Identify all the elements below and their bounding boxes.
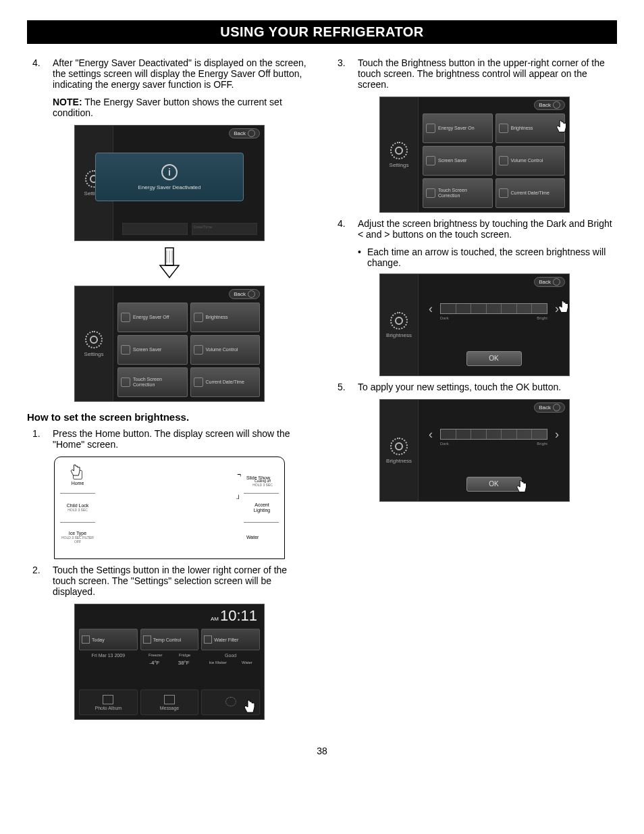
subsection-heading: How to set the screen brightness. <box>27 411 312 423</box>
brightness-icon <box>194 313 203 322</box>
btn-sublabel: HOLD 3 SEC FILTER OFF <box>61 536 94 544</box>
info-dialog: i Energy Saver Deactivated <box>95 153 244 201</box>
btn-label: Accent Lighting <box>246 502 277 513</box>
dark-arrow-button[interactable]: ‹ <box>425 427 436 442</box>
step-number: 3. <box>332 57 358 90</box>
tile-label: Volume Control <box>206 347 238 353</box>
back-button[interactable]: Back <box>229 289 260 299</box>
pointing-hand-icon <box>552 118 571 137</box>
tile-message[interactable]: Message <box>140 689 199 715</box>
brightness-icon <box>499 124 508 133</box>
step-number: 4. <box>27 57 53 90</box>
back-button[interactable]: Back <box>534 402 565 413</box>
home-screen: Home Child Lock HOLD 3 SEC Ice Type HOLD… <box>54 457 285 559</box>
side-label: Settings <box>84 351 104 357</box>
brightness-slider[interactable] <box>440 303 547 314</box>
gear-icon <box>390 312 408 330</box>
tile-label: Message <box>160 706 179 710</box>
back-button[interactable]: Back <box>534 277 565 287</box>
bright-label: Bright <box>537 316 547 320</box>
screensaver-icon <box>121 345 130 355</box>
photo-icon <box>103 695 113 704</box>
tile-volume[interactable]: Volume Control <box>190 335 261 365</box>
bright-arrow-button[interactable]: › <box>552 427 562 442</box>
ice-type-button[interactable]: Ice Type HOLD 3 SEC FILTER OFF <box>60 523 95 552</box>
tile-energy-saver[interactable]: Energy Saver Off <box>117 303 188 332</box>
back-button[interactable]: Back <box>229 128 260 138</box>
tile-date-time[interactable]: Current Date/Time <box>190 367 261 397</box>
side-label: Settings <box>390 162 409 168</box>
tile-water-filter[interactable]: Water Filter <box>201 629 260 650</box>
calendar-icon <box>82 635 90 644</box>
note-block: NOTE: The Energy Saver button shows the … <box>27 97 312 118</box>
tile-label: Water Filter <box>214 637 238 642</box>
tile-screen-saver[interactable]: Screen Saver <box>423 146 493 176</box>
volume-icon <box>499 156 508 165</box>
tile-today[interactable]: Today <box>79 629 138 650</box>
energy-icon <box>426 124 435 133</box>
tile-label: Brightness <box>206 315 228 320</box>
step-2: 2. Touch the Settings button in the lowe… <box>27 565 312 597</box>
bullet-text: Each time an arrow is touched, the scree… <box>367 246 617 268</box>
bright-arrow-button[interactable]: › <box>552 301 562 316</box>
tile-label: Temp Control <box>153 637 182 642</box>
settings-grid-screen-left: Settings Back Energy Saver Off Brightnes… <box>74 286 265 402</box>
tile-label: Brightness <box>511 126 533 131</box>
step-4-right: 4. Adjust the screen brightness by touch… <box>332 218 617 240</box>
clock-display: AM10:11 <box>211 607 257 625</box>
tile-settings[interactable] <box>201 689 260 715</box>
child-lock-button[interactable]: Child Lock HOLD 3 SEC <box>60 494 95 523</box>
back-label: Back <box>539 102 551 108</box>
clock-icon <box>499 188 508 198</box>
ok-button[interactable]: OK <box>466 351 522 366</box>
btn-label: Water <box>246 535 259 540</box>
dark-label: Dark <box>440 316 449 320</box>
thermometer-icon <box>143 635 151 644</box>
brightness-screen-2: Brightness Back ‹ › Dark Bright <box>379 399 570 502</box>
tile-volume[interactable]: Volume Control <box>495 146 566 176</box>
accent-lighting-button[interactable]: Accent Lighting <box>244 494 279 523</box>
tile-energy-saver[interactable]: Energy Saver On <box>423 113 493 143</box>
hook-icon: ¬ <box>237 471 241 478</box>
home-button[interactable]: Home <box>60 464 95 494</box>
step-number: 2. <box>27 565 53 597</box>
tile-label: Volume Control <box>511 158 543 163</box>
message-icon <box>164 695 175 704</box>
back-label: Back <box>234 291 246 297</box>
am-pm-label: AM <box>211 616 219 622</box>
tile-date-time[interactable]: Current Date/Time <box>495 178 566 208</box>
tile-label: Current Date/Time <box>511 190 549 196</box>
fridge-temp: 38°F <box>178 660 190 666</box>
step-text: Adjust the screen brightness by touching… <box>358 218 617 240</box>
ok-button[interactable]: OK <box>466 477 522 492</box>
freezer-temp: -4°F <box>149 660 159 666</box>
back-arrow-icon <box>553 404 560 411</box>
tile-screen-saver[interactable]: Screen Saver <box>117 335 188 365</box>
gear-icon <box>390 438 408 455</box>
tile-touch-correction[interactable]: Touch Screen Correction <box>117 367 188 397</box>
tile-brightness[interactable]: Brightness <box>495 113 566 143</box>
dialog-message: Energy Saver Deactivated <box>138 184 201 190</box>
tile-label: Energy Saver On <box>438 126 475 131</box>
water-button[interactable]: Water <box>244 523 279 552</box>
tile-touch-correction[interactable]: Touch Screen Correction <box>423 178 493 208</box>
faint-tile: Date/Time <box>192 223 257 235</box>
back-arrow-icon <box>553 101 560 109</box>
tile-label: Today <box>92 637 105 642</box>
dark-arrow-button[interactable]: ‹ <box>425 301 436 316</box>
tile-temp-control[interactable]: Temp Control <box>140 629 199 650</box>
tile-photo-album[interactable]: Photo Album <box>79 689 138 715</box>
clock-icon <box>194 377 203 387</box>
touch-icon <box>426 188 435 198</box>
tile-brightness[interactable]: Brightness <box>190 303 261 332</box>
note-label: NOTE: <box>53 97 82 107</box>
date-display: Fri Mar 13 2009 <box>79 650 138 673</box>
left-column: 4. After "Energy Saver Deactivated" is d… <box>27 57 312 725</box>
filter-status: Good Ice MakerWater <box>201 650 260 673</box>
gear-icon <box>390 142 408 159</box>
brightness-slider[interactable] <box>440 429 547 440</box>
step-4-left: 4. After "Energy Saver Deactivated" is d… <box>27 57 312 90</box>
back-button[interactable]: Back <box>534 100 565 110</box>
tile-label: Photo Album <box>95 706 122 710</box>
tile-label: Screen Saver <box>438 158 466 163</box>
